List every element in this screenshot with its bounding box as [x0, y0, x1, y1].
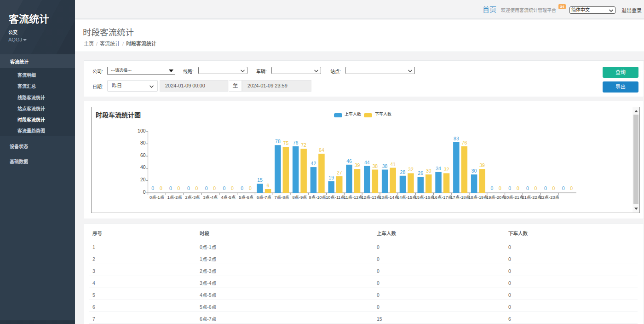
svg-text:15: 15	[257, 177, 263, 183]
svg-text:6点-7点: 6点-7点	[257, 195, 271, 200]
svg-text:40: 40	[140, 164, 146, 170]
svg-text:0: 0	[562, 185, 565, 191]
svg-text:22点-23点: 22点-23点	[540, 195, 559, 200]
svg-text:0: 0	[544, 185, 547, 191]
svg-text:0: 0	[552, 185, 555, 191]
svg-text:42: 42	[311, 161, 316, 166]
svg-text:0: 0	[535, 185, 537, 191]
svg-text:18点-19点: 18点-19点	[468, 195, 488, 200]
svg-text:21点-22点: 21点-22点	[522, 195, 541, 200]
svg-text:1点-2点: 1点-2点	[167, 195, 182, 200]
svg-text:6: 6	[267, 183, 270, 188]
svg-text:0: 0	[490, 185, 493, 191]
svg-text:0: 0	[508, 185, 511, 191]
svg-text:20: 20	[140, 177, 146, 182]
svg-text:0: 0	[526, 185, 529, 191]
svg-text:0: 0	[160, 185, 162, 191]
svg-text:72: 72	[301, 142, 306, 148]
svg-text:0: 0	[143, 189, 146, 195]
svg-text:0: 0	[195, 185, 198, 191]
svg-text:60: 60	[140, 152, 146, 158]
svg-text:0: 0	[223, 185, 225, 191]
svg-text:0: 0	[151, 185, 154, 191]
svg-text:2点-3点: 2点-3点	[185, 195, 200, 200]
svg-text:76: 76	[462, 140, 467, 145]
svg-text:0: 0	[499, 185, 501, 191]
svg-text:76: 76	[293, 140, 299, 145]
svg-text:11点-12点: 11点-12点	[344, 195, 363, 200]
svg-text:39: 39	[355, 162, 360, 168]
svg-text:0: 0	[187, 185, 190, 191]
svg-text:0: 0	[517, 185, 519, 191]
svg-text:9点-10点: 9点-10点	[309, 195, 326, 200]
svg-text:0: 0	[169, 185, 172, 191]
svg-text:0: 0	[213, 185, 216, 191]
svg-text:44: 44	[364, 160, 370, 165]
svg-text:64: 64	[319, 147, 324, 153]
svg-text:20点-21点: 20点-21点	[504, 195, 523, 200]
svg-text:0点-1点: 0点-1点	[150, 195, 164, 200]
svg-text:75: 75	[283, 140, 289, 146]
svg-text:0: 0	[241, 185, 243, 191]
svg-text:19: 19	[328, 175, 334, 180]
svg-text:7点-8点: 7点-8点	[275, 195, 289, 200]
svg-text:34: 34	[436, 166, 441, 171]
svg-text:32: 32	[408, 167, 414, 172]
svg-text:16点-17点: 16点-17点	[433, 195, 452, 200]
svg-text:39: 39	[479, 162, 485, 168]
svg-text:5点-6点: 5点-6点	[239, 195, 253, 200]
svg-text:0: 0	[570, 185, 573, 191]
svg-text:4点-5点: 4点-5点	[221, 195, 236, 200]
svg-text:78: 78	[275, 139, 281, 144]
svg-text:41: 41	[390, 162, 396, 167]
svg-text:3点-4点: 3点-4点	[203, 195, 218, 200]
svg-text:28: 28	[400, 169, 406, 175]
svg-text:27: 27	[337, 170, 342, 175]
svg-text:26: 26	[418, 170, 423, 176]
svg-text:8点-9点: 8点-9点	[292, 195, 307, 200]
svg-text:100: 100	[138, 128, 146, 133]
svg-text:12点-13点: 12点-13点	[361, 195, 380, 200]
svg-text:0: 0	[249, 185, 252, 191]
svg-text:83: 83	[454, 136, 459, 141]
svg-text:38: 38	[372, 163, 378, 169]
svg-text:15点-16点: 15点-16点	[415, 195, 434, 200]
svg-text:30: 30	[472, 168, 477, 174]
svg-text:0: 0	[178, 185, 180, 191]
svg-text:19点-20点: 19点-20点	[486, 195, 506, 200]
svg-text:17点-18点: 17点-18点	[450, 195, 470, 200]
svg-text:46: 46	[346, 158, 352, 164]
svg-text:32: 32	[444, 167, 449, 172]
svg-text:13点-14点: 13点-14点	[379, 195, 398, 200]
svg-text:30: 30	[426, 168, 431, 174]
svg-text:10点-11点: 10点-11点	[326, 195, 345, 200]
svg-text:38: 38	[382, 163, 388, 169]
svg-text:80: 80	[140, 140, 146, 145]
svg-text:0: 0	[205, 185, 208, 191]
svg-text:0: 0	[231, 185, 234, 191]
svg-text:14点-15点: 14点-15点	[397, 195, 416, 200]
